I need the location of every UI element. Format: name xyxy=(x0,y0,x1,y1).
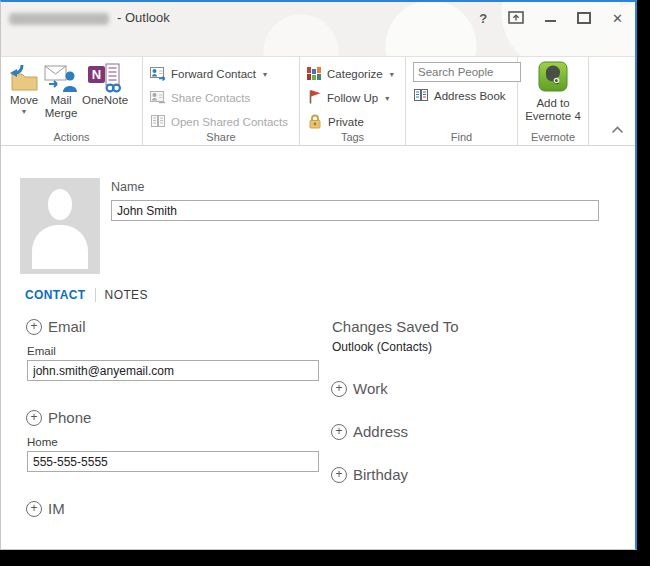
evernote-label-line1: Add to xyxy=(536,97,569,110)
address-book-button[interactable]: Address Book xyxy=(413,84,517,108)
work-section-title: Work xyxy=(353,380,388,397)
mail-merge-label-line2: Merge xyxy=(45,107,78,120)
phone-section-title: Phone xyxy=(48,409,91,426)
window-title: - Outlook xyxy=(117,10,170,25)
address-book-label: Address Book xyxy=(434,90,506,102)
move-dropdown-caret: ▾ xyxy=(22,107,26,116)
im-section-header[interactable]: + IM xyxy=(26,500,65,517)
onenote-icon: N xyxy=(87,61,123,94)
close-icon[interactable]: ✕ xyxy=(612,12,623,25)
ribbon-group-actions: Move ▾ Mail Merge xyxy=(1,57,143,145)
address-section-header[interactable]: + Address xyxy=(331,423,408,440)
outlook-contact-window: - Outlook ? ✕ xyxy=(0,0,637,550)
email-field-label: Email xyxy=(27,345,56,357)
silhouette-head xyxy=(48,189,72,220)
evernote-elephant-icon xyxy=(538,61,568,97)
group-label-share: Share xyxy=(143,131,299,143)
name-input[interactable] xyxy=(111,200,599,221)
email-input[interactable] xyxy=(27,360,319,381)
share-contacts-icon xyxy=(150,89,166,107)
onenote-label: OneNote xyxy=(82,94,128,107)
tab-contact[interactable]: CONTACT xyxy=(25,288,86,302)
ribbon-group-evernote: Add to Evernote 4 Evernote xyxy=(518,57,589,145)
work-section-header[interactable]: + Work xyxy=(331,380,388,397)
add-email-icon[interactable]: + xyxy=(26,319,42,335)
follow-up-flag-icon xyxy=(307,89,322,107)
tab-divider xyxy=(95,288,96,302)
group-label-tags: Tags xyxy=(300,131,405,143)
forward-contact-label: Forward Contact xyxy=(171,68,256,80)
minimize-icon[interactable] xyxy=(545,20,556,22)
window-controls: ? ✕ xyxy=(479,2,623,34)
svg-text:N: N xyxy=(92,67,101,82)
ribbon-group-share: Forward Contact ▾ Share Contacts xyxy=(143,57,300,145)
titlebar-background: - Outlook ? ✕ xyxy=(1,2,635,56)
categorize-button[interactable]: Categorize ▾ xyxy=(307,62,405,86)
categorize-caret: ▾ xyxy=(390,70,394,79)
collapse-ribbon-icon[interactable] xyxy=(611,120,624,138)
ribbon-group-tags: Categorize ▾ Follow Up ▾ xyxy=(300,57,406,145)
evernote-label-line2: Evernote 4 xyxy=(525,110,581,123)
email-section-title: Email xyxy=(48,318,86,335)
changes-saved-to-value: Outlook (Contacts) xyxy=(332,340,432,354)
redacted-contact-name xyxy=(9,13,109,25)
forward-contact-caret: ▾ xyxy=(263,70,267,79)
ribbon-display-options-icon[interactable] xyxy=(508,11,524,26)
im-section-title: IM xyxy=(48,500,65,517)
titlebar[interactable]: - Outlook ? ✕ xyxy=(1,2,635,34)
phone-input[interactable] xyxy=(27,451,319,472)
move-folder-icon xyxy=(8,61,40,94)
private-lock-icon xyxy=(307,113,323,131)
add-im-icon[interactable]: + xyxy=(26,501,42,517)
mail-merge-icon xyxy=(44,61,78,94)
address-section-title: Address xyxy=(353,423,408,440)
add-work-icon[interactable]: + xyxy=(331,381,347,397)
move-button[interactable]: Move ▾ xyxy=(6,60,42,121)
changes-saved-to-label: Changes Saved To xyxy=(332,318,458,335)
add-to-evernote-button[interactable]: Add to Evernote 4 xyxy=(518,57,588,123)
ribbon-filler xyxy=(589,57,635,145)
follow-up-caret: ▾ xyxy=(385,94,389,103)
contact-form: Name CONTACT NOTES + Email Email + Phone… xyxy=(1,146,635,549)
forward-contact-button[interactable]: Forward Contact ▾ xyxy=(150,62,299,86)
ribbon: Move ▾ Mail Merge xyxy=(1,56,635,146)
move-label: Move xyxy=(10,94,38,107)
mail-merge-button[interactable]: Mail Merge xyxy=(42,60,80,121)
share-contacts-label: Share Contacts xyxy=(171,92,250,104)
group-label-find: Find xyxy=(406,131,517,143)
tab-notes[interactable]: NOTES xyxy=(105,288,148,302)
name-field-label: Name xyxy=(111,180,144,194)
share-contacts-button[interactable]: Share Contacts xyxy=(150,86,299,110)
email-section-header[interactable]: + Email xyxy=(26,318,86,335)
group-label-actions: Actions xyxy=(1,131,142,143)
birthday-section-header[interactable]: + Birthday xyxy=(331,466,408,483)
birthday-section-title: Birthday xyxy=(353,466,408,483)
view-tabs: CONTACT NOTES xyxy=(25,288,148,302)
onenote-button[interactable]: N OneNote xyxy=(80,60,130,121)
group-label-evernote: Evernote xyxy=(518,131,588,143)
silhouette-torso xyxy=(32,225,88,269)
open-shared-contacts-label: Open Shared Contacts xyxy=(171,116,288,128)
phone-section-header[interactable]: + Phone xyxy=(26,409,91,426)
contact-photo-placeholder[interactable] xyxy=(20,178,100,274)
add-phone-icon[interactable]: + xyxy=(26,410,42,426)
mail-merge-label-line1: Mail xyxy=(50,94,71,107)
follow-up-label: Follow Up xyxy=(327,92,378,104)
phone-field-label: Home xyxy=(27,436,58,448)
private-label: Private xyxy=(328,116,364,128)
forward-contact-icon xyxy=(150,65,166,83)
follow-up-button[interactable]: Follow Up ▾ xyxy=(307,86,405,110)
ribbon-group-find: Address Book Find xyxy=(406,57,518,145)
help-icon[interactable]: ? xyxy=(479,12,487,25)
address-book-icon xyxy=(413,87,429,105)
categorize-icon xyxy=(307,66,322,83)
open-shared-contacts-icon xyxy=(150,113,166,131)
add-address-icon[interactable]: + xyxy=(331,424,347,440)
add-birthday-icon[interactable]: + xyxy=(331,467,347,483)
categorize-label: Categorize xyxy=(327,68,383,80)
search-people-input[interactable] xyxy=(413,62,521,82)
maximize-icon[interactable] xyxy=(577,12,591,24)
